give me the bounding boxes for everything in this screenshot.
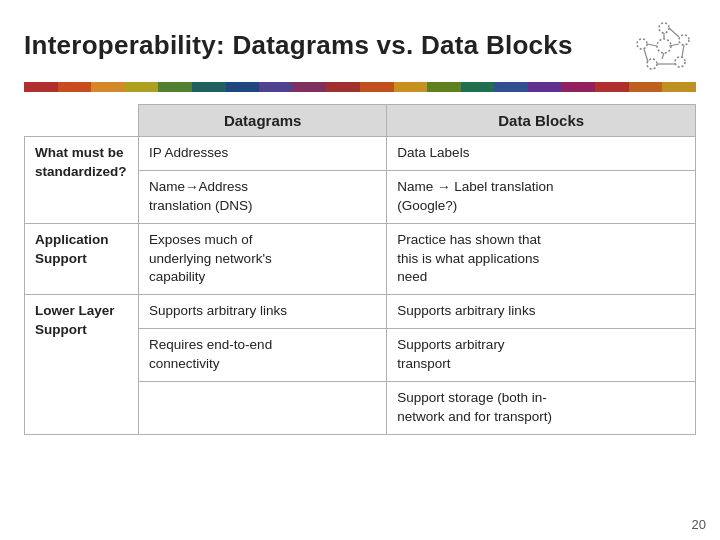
title-area: Interoperability: Datagrams vs. Data Blo… [24, 18, 696, 72]
row-label-app-support: ApplicationSupport [25, 223, 139, 295]
slide-title: Interoperability: Datagrams vs. Data Blo… [24, 30, 573, 61]
svg-point-0 [659, 23, 669, 33]
table-header-row: Datagrams Data Blocks [25, 105, 696, 137]
cell-datablocks-standardized-1: Data Labels [387, 137, 696, 171]
cell-datablocks-standardized-2: Name → Label translation(Google?) [387, 170, 696, 223]
row-label-lower-layer: Lower LayerSupport [25, 295, 139, 434]
cell-datagrams-lowerlayer-1: Supports arbitrary links [139, 295, 387, 329]
header-datagrams: Datagrams [139, 105, 387, 137]
cell-datagrams-standardized-1: IP Addresses [139, 137, 387, 171]
svg-line-7 [669, 28, 679, 37]
cell-datablocks-appsupport: Practice has shown thatthis is what appl… [387, 223, 696, 295]
svg-point-4 [637, 39, 647, 49]
cell-datagrams-lowerlayer-2: Requires end-to-endconnectivity [139, 329, 387, 382]
cell-datagrams-lowerlayer-3 [139, 382, 387, 435]
svg-point-3 [647, 59, 657, 69]
cell-datagrams-appsupport: Exposes much ofunderlying network'scapab… [139, 223, 387, 295]
cell-datagrams-standardized-2: Name→Addresstranslation (DNS) [139, 170, 387, 223]
slide: Interoperability: Datagrams vs. Data Blo… [0, 0, 720, 540]
network-icon [632, 18, 696, 72]
page-number: 20 [692, 517, 706, 532]
cell-datablocks-lowerlayer-2: Supports arbitrarytransport [387, 329, 696, 382]
svg-line-10 [644, 49, 648, 62]
header-empty [25, 105, 139, 137]
svg-line-8 [682, 45, 684, 57]
table-row: What must bestandardized? IP Addresses D… [25, 137, 696, 171]
svg-point-2 [675, 57, 685, 67]
cell-datablocks-lowerlayer-3: Support storage (both in-network and for… [387, 382, 696, 435]
svg-point-5 [657, 39, 671, 53]
row-label-standardized: What must bestandardized? [25, 137, 139, 224]
color-bar [24, 82, 696, 92]
cell-datablocks-lowerlayer-1: Supports arbitrary links [387, 295, 696, 329]
svg-line-11 [647, 44, 657, 46]
header-datablocks: Data Blocks [387, 105, 696, 137]
svg-line-13 [662, 53, 664, 59]
table-row: Lower LayerSupport Supports arbitrary li… [25, 295, 696, 329]
table-row: ApplicationSupport Exposes much ofunderl… [25, 223, 696, 295]
comparison-table: Datagrams Data Blocks What must bestanda… [24, 104, 696, 435]
svg-point-1 [679, 35, 689, 45]
